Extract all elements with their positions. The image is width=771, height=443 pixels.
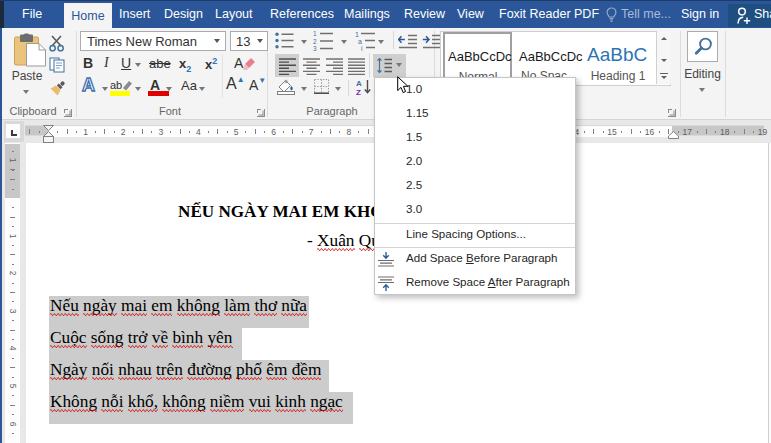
svg-text:1: 1	[355, 31, 359, 38]
svg-text:A: A	[234, 55, 244, 71]
svg-text:1: 1	[313, 30, 317, 37]
svg-text:a: a	[358, 38, 362, 45]
svg-text:ab: ab	[110, 79, 122, 91]
svg-text:Z: Z	[356, 88, 361, 96]
svg-text:3: 3	[313, 45, 317, 51]
svg-text:i: i	[361, 45, 363, 52]
svg-text:2: 2	[313, 38, 317, 45]
